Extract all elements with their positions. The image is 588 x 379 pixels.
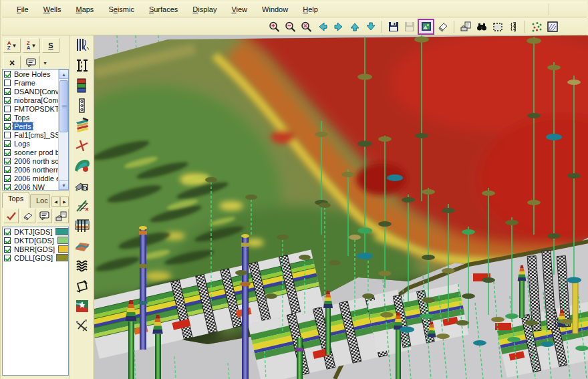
fill-export-button[interactable] [72,176,92,195]
layer-checkbox[interactable] [4,184,11,191]
layer-checkbox[interactable] [4,149,11,156]
tab-scroll-left-button[interactable]: ◀ [51,197,60,207]
scroll-thumb[interactable] [59,80,68,132]
tab-scroll-right-button[interactable]: ▶ [60,197,69,207]
menu-window[interactable]: Window [255,3,295,15]
polygon-draw-button[interactable] [72,277,92,295]
zoom-out-button[interactable] [283,19,298,34]
layer-label[interactable]: 2006 north so [13,157,60,165]
layer-label[interactable]: sooner prod b [13,148,61,156]
delete-item-button[interactable]: × [3,55,21,70]
pan-up-button[interactable] [347,19,362,34]
layer-checkbox[interactable] [4,132,11,138]
tab-loc[interactable]: Loc [30,194,50,208]
tops-comment-button[interactable] [37,209,52,223]
top-row[interactable]: DKTD[GDS] [3,236,68,245]
fence-diagram-button[interactable] [72,217,92,235]
layer-checkbox[interactable] [4,97,11,104]
sort-za-button[interactable]: ZA ▼ [23,38,40,53]
color-swatch[interactable] [56,254,68,261]
export-view-button[interactable] [458,19,473,34]
contour-map-button[interactable] [72,156,92,174]
well-log-curves-button[interactable] [72,36,92,54]
crossplot-picks-button[interactable] [72,317,92,335]
apply-tops-button[interactable] [3,209,19,223]
menu-file[interactable]: File [10,3,35,15]
select-area-button[interactable] [490,19,505,34]
menu-help[interactable]: Help [296,3,325,15]
layer-checkbox[interactable] [4,158,11,164]
menu-maps[interactable]: Maps [69,3,100,15]
layer-checkbox[interactable] [4,106,11,112]
3d-view[interactable] [94,35,588,379]
layer-checkbox[interactable] [4,140,11,147]
top-label[interactable]: CDLL[GDS] [13,254,54,262]
sort-az-button[interactable]: AZ ▼ [3,38,21,53]
layer-list-scrollbar[interactable]: ▲ ▼ [58,70,68,190]
scroll-down-button[interactable]: ▼ [59,180,69,190]
layer-label[interactable]: DSAND[Conv [13,88,60,96]
layer-label[interactable]: Bore Holes [13,70,51,78]
surface-3d-button[interactable] [72,237,92,255]
layer-label[interactable]: niobrara[Conv [13,96,61,104]
top-row[interactable]: NBRR[GDS] [3,245,68,253]
layer-checkbox[interactable] [4,175,11,182]
save-copy-button[interactable] [402,19,417,34]
color-swatch[interactable] [57,237,68,244]
zoom-in-button[interactable] [267,19,282,34]
comment-dropdown-arrow[interactable]: ▼ [43,61,47,66]
layer-label[interactable]: 2006 middle e [13,174,61,182]
layer-label[interactable]: FMTOPSDKT [13,105,61,113]
layer-checkbox[interactable] [4,114,11,121]
layer-label[interactable]: 2006 NW [13,183,46,191]
well-symbols-button[interactable] [529,19,544,34]
tops-export-button[interactable] [53,209,69,223]
layer-checkbox[interactable] [4,71,11,78]
layer-label[interactable]: Logs [13,140,31,148]
backdrop-button[interactable] [545,19,560,34]
tops-list[interactable]: DKTJ[GDS] DKTD[GDS] NBRR[GDS] CDLL[GDS] [2,227,69,376]
zoom-area-button[interactable] [299,19,314,34]
hatch-pattern-button[interactable] [72,257,92,275]
top-checkbox[interactable] [4,237,11,244]
pan-left-button[interactable] [315,19,330,34]
layer-checkbox[interactable] [4,88,11,95]
tab-tops[interactable]: Tops [2,192,29,208]
top-label[interactable]: DKTD[GDS] [13,237,55,245]
color-swatch[interactable] [58,245,68,253]
save-button[interactable] [386,19,401,34]
vertical-scale-button[interactable] [506,19,521,34]
color-fill-blocks-button[interactable] [72,76,92,94]
layer-checkbox[interactable] [4,123,11,130]
menu-wells[interactable]: Wells [37,3,68,15]
pan-right-button[interactable] [331,19,346,34]
top-row[interactable]: CDLL[GDS] [3,253,68,262]
color-swatch[interactable] [55,228,68,235]
top-checkbox[interactable] [4,246,11,253]
layer-list[interactable]: Bore Holes Frame DSAND[Conv niobrara[Con… [2,69,69,191]
pan-down-button[interactable] [363,19,378,34]
top-row[interactable]: DKTJ[GDS] [3,227,68,236]
top-checkbox[interactable] [4,229,11,235]
top-checkbox[interactable] [4,255,11,261]
menu-seismic[interactable]: Seismic [102,3,141,15]
menu-surfaces[interactable]: Surfaces [142,3,184,15]
correlation-pick-button[interactable] [72,136,92,154]
layer-label[interactable]: Frame [13,79,37,87]
sort-s-button[interactable]: S [42,38,59,53]
layer-label[interactable]: Perfs [13,122,33,130]
top-label[interactable]: NBRR[GDS] [13,245,56,253]
layer-checkbox[interactable] [4,80,11,86]
top-label[interactable]: DKTJ[GDS] [13,228,53,236]
layer-label[interactable]: Fal1[cms]_SS [13,131,61,139]
layer-label[interactable]: Tops [13,114,31,122]
layer-label[interactable]: 2006 northern [13,166,61,174]
erase-button[interactable] [435,19,450,34]
layer-checkbox[interactable] [4,166,11,173]
erase-tops-button[interactable] [20,209,35,223]
layer-stack-edit-button[interactable] [72,116,92,134]
cross-section-button[interactable] [72,56,92,74]
capture-image-button[interactable] [418,19,434,35]
scroll-up-button[interactable]: ▲ [59,70,69,79]
basemap-star-button[interactable] [72,297,92,315]
